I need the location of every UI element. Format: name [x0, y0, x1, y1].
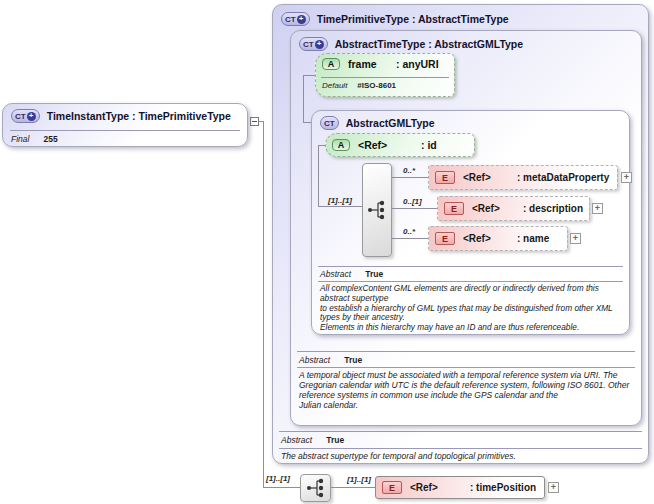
connector-line: [318, 145, 319, 207]
abstract-time-documentation: A temporal object must be associated wit…: [299, 370, 635, 410]
attribute-name: <Ref>: [358, 139, 413, 151]
connector-line: [392, 238, 428, 239]
element-icon: E: [444, 202, 464, 215]
element-type: : metaDataProperty: [517, 172, 609, 183]
time-instant-type-box[interactable]: CT+ TimeInstantType : TimePrimitiveType …: [2, 103, 248, 147]
collapse-connector-icon[interactable]: [250, 117, 259, 126]
abstract-value: True: [365, 269, 383, 279]
attribute-icon: A: [322, 58, 340, 70]
final-value: 255: [43, 134, 57, 144]
time-instant-type-title: TimeInstantType : TimePrimitiveType: [47, 110, 231, 122]
frame-attribute-box[interactable]: A frame : anyURI Default #ISO-8601: [315, 53, 455, 97]
element-type: : name: [517, 233, 549, 244]
connector-line: [392, 177, 428, 178]
element-cardinality: 0..*: [403, 166, 415, 175]
complex-type-icon: CT+: [11, 109, 40, 123]
abstract-value: True: [326, 435, 344, 445]
schema-diagram-canvas: CT+ TimeInstantType : TimePrimitiveType …: [0, 0, 654, 504]
time-primitive-type-title: TimePrimitiveType : AbstractTimeType: [317, 13, 509, 25]
attribute-type: : id: [421, 139, 437, 151]
attribute-type: : anyURI: [396, 58, 439, 70]
bottom-sequence-compositor-icon[interactable]: [300, 474, 331, 502]
abstract-time-type-title: AbstractTimeType : AbstractGMLType: [335, 38, 523, 50]
abstract-gml-documentation: All complexContent GML elements are dire…: [320, 284, 622, 333]
metadata-property-element-box[interactable]: E <Ref> : metaDataProperty: [428, 165, 618, 190]
connector-line: [303, 75, 304, 123]
complex-type-icon: CT+: [299, 37, 328, 51]
element-name: <Ref>: [410, 482, 462, 493]
element-icon: E: [435, 171, 455, 184]
abstract-value: True: [344, 355, 362, 365]
expand-icon[interactable]: +: [570, 233, 581, 244]
bottom-element-cardinality: [1]..[1]: [347, 475, 371, 484]
final-label: Final: [11, 134, 29, 144]
default-label: Default: [322, 81, 347, 90]
connector-line: [331, 487, 375, 488]
attribute-icon: A: [332, 139, 350, 151]
element-type: : description: [523, 203, 583, 214]
abstract-label: Abstract: [320, 269, 351, 279]
time-position-element-box[interactable]: E <Ref> : timePosition: [375, 476, 545, 499]
derived-plus-icon: +: [297, 15, 306, 24]
bottom-sequence-cardinality: [1]..[1]: [266, 474, 290, 483]
name-element-box[interactable]: E <Ref> : name: [428, 226, 568, 251]
sequence-glyph-icon: [306, 476, 326, 500]
abstract-label: Abstract: [281, 435, 312, 445]
divider: [297, 351, 635, 352]
attribute-name: frame: [348, 58, 388, 70]
abstract-label: Abstract: [299, 355, 330, 365]
divider: [279, 448, 642, 449]
complex-type-icon: CT+: [281, 12, 310, 26]
id-attribute-box[interactable]: A <Ref> : id: [325, 133, 475, 157]
sequence-compositor-icon[interactable]: [362, 163, 392, 257]
divider: [279, 431, 642, 432]
time-primitive-documentation: The abstract supertype for temporal and …: [281, 451, 641, 461]
expand-icon[interactable]: +: [548, 482, 559, 493]
derived-plus-icon: +: [315, 40, 324, 49]
expand-icon[interactable]: +: [592, 203, 603, 214]
element-name: <Ref>: [463, 172, 509, 183]
default-value: #ISO-8601: [357, 81, 396, 90]
connector-line: [303, 75, 315, 76]
element-name: <Ref>: [472, 203, 515, 214]
complex-type-icon: CT: [320, 116, 339, 130]
element-cardinality: 0..[1]: [403, 197, 422, 206]
divider: [318, 281, 623, 282]
description-element-box[interactable]: E <Ref> : description: [437, 196, 590, 221]
element-type: : timePosition: [470, 482, 536, 493]
connector-line: [318, 206, 362, 207]
sequence-glyph-icon: [367, 198, 387, 222]
connector-line: [318, 145, 325, 146]
divider: [10, 130, 240, 131]
element-icon: E: [435, 232, 455, 245]
connector-line: [392, 208, 437, 209]
element-cardinality: 0..*: [403, 227, 415, 236]
divider: [318, 266, 623, 267]
element-icon: E: [382, 481, 402, 494]
expand-icon[interactable]: +: [621, 172, 632, 183]
element-name: <Ref>: [463, 233, 509, 244]
derived-plus-icon: +: [27, 112, 36, 121]
connector-line: [263, 121, 264, 488]
divider: [321, 77, 449, 78]
sequence-cardinality: [1]..[1]: [328, 196, 352, 205]
divider: [297, 367, 635, 368]
connector-line: [263, 487, 300, 488]
abstract-gml-type-title: AbstractGMLType: [346, 117, 435, 129]
connector-line: [303, 122, 311, 123]
